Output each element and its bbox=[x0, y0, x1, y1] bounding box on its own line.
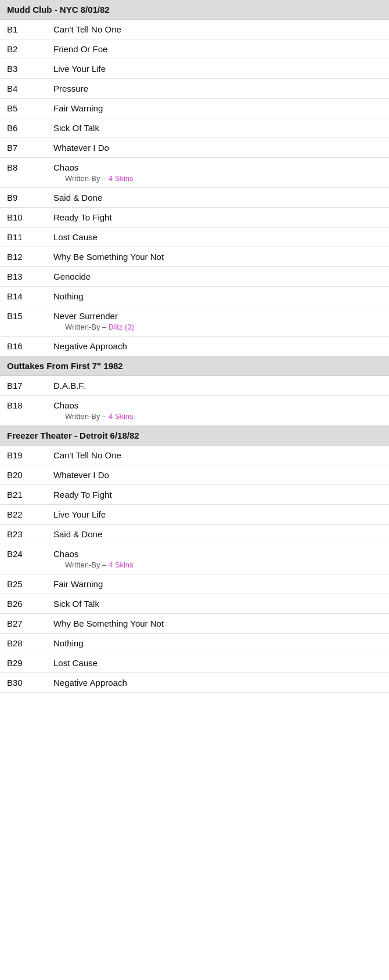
table-row: B26Sick Of Talk bbox=[0, 594, 389, 614]
table-row: B6Sick Of Talk bbox=[0, 118, 389, 138]
table-row: B19Can't Tell No One bbox=[0, 446, 389, 465]
track-number: B20 bbox=[0, 465, 46, 485]
track-title: Can't Tell No One bbox=[46, 446, 389, 465]
track-number: B8 bbox=[0, 158, 46, 188]
track-title: ChaosWritten-By – 4 Skins bbox=[46, 396, 389, 426]
track-number: B17 bbox=[0, 376, 46, 396]
track-title: Negative Approach bbox=[46, 673, 389, 693]
written-by: Written-By – 4 Skins bbox=[53, 412, 382, 421]
table-row: B7Whatever I Do bbox=[0, 138, 389, 158]
track-number: B19 bbox=[0, 446, 46, 465]
track-title: Live Your Life bbox=[46, 59, 389, 79]
table-row: B10Ready To Fight bbox=[0, 208, 389, 227]
track-number: B10 bbox=[0, 208, 46, 227]
track-number: B3 bbox=[0, 59, 46, 79]
table-row: B9Said & Done bbox=[0, 188, 389, 208]
section-header-section-outtakes: Outtakes From First 7" 1982 bbox=[0, 356, 389, 376]
track-title: Pressure bbox=[46, 79, 389, 99]
table-row: B8ChaosWritten-By – 4 Skins bbox=[0, 158, 389, 188]
track-title: Genocide bbox=[46, 267, 389, 287]
table-row: B21Ready To Fight bbox=[0, 485, 389, 505]
track-title: Never SurrenderWritten-By – Blitz (3) bbox=[46, 306, 389, 337]
track-number: B12 bbox=[0, 247, 46, 267]
track-title: D.A.B.F. bbox=[46, 376, 389, 396]
written-by-artist[interactable]: Blitz (3) bbox=[109, 323, 134, 331]
track-number: B5 bbox=[0, 99, 46, 118]
track-title: Why Be Something Your Not bbox=[46, 614, 389, 634]
table-row: B27Why Be Something Your Not bbox=[0, 614, 389, 634]
track-number: B24 bbox=[0, 544, 46, 574]
written-by: Written-By – Blitz (3) bbox=[53, 323, 382, 331]
written-by-artist[interactable]: 4 Skins bbox=[109, 412, 134, 421]
written-by-artist[interactable]: 4 Skins bbox=[109, 560, 134, 569]
track-title: Whatever I Do bbox=[46, 138, 389, 158]
table-row: B18ChaosWritten-By – 4 Skins bbox=[0, 396, 389, 426]
track-number: B21 bbox=[0, 485, 46, 505]
table-row: B14Nothing bbox=[0, 287, 389, 306]
track-number: B13 bbox=[0, 267, 46, 287]
track-number: B4 bbox=[0, 79, 46, 99]
track-number: B29 bbox=[0, 653, 46, 673]
table-row: B2Friend Or Foe bbox=[0, 39, 389, 59]
track-title: Sick Of Talk bbox=[46, 594, 389, 614]
track-number: B26 bbox=[0, 594, 46, 614]
written-by: Written-By – 4 Skins bbox=[53, 560, 382, 569]
track-title: Nothing bbox=[46, 634, 389, 653]
track-title: Fair Warning bbox=[46, 574, 389, 594]
table-row: B20Whatever I Do bbox=[0, 465, 389, 485]
track-number: B14 bbox=[0, 287, 46, 306]
track-title: Negative Approach bbox=[46, 337, 389, 356]
track-number: B22 bbox=[0, 505, 46, 525]
table-row: B4Pressure bbox=[0, 79, 389, 99]
track-title: ChaosWritten-By – 4 Skins bbox=[46, 158, 389, 188]
track-number: B27 bbox=[0, 614, 46, 634]
track-title: Ready To Fight bbox=[46, 208, 389, 227]
track-title: Whatever I Do bbox=[46, 465, 389, 485]
track-number: B25 bbox=[0, 574, 46, 594]
table-row: B5Fair Warning bbox=[0, 99, 389, 118]
table-row: B16Negative Approach bbox=[0, 337, 389, 356]
track-number: B16 bbox=[0, 337, 46, 356]
table-row: B17D.A.B.F. bbox=[0, 376, 389, 396]
track-number: B11 bbox=[0, 227, 46, 247]
track-number: B28 bbox=[0, 634, 46, 653]
track-title: Can't Tell No One bbox=[46, 20, 389, 39]
track-title: Ready To Fight bbox=[46, 485, 389, 505]
track-title: Friend Or Foe bbox=[46, 39, 389, 59]
written-by-artist[interactable]: 4 Skins bbox=[109, 174, 134, 183]
table-row: B12Why Be Something Your Not bbox=[0, 247, 389, 267]
table-row: B30Negative Approach bbox=[0, 673, 389, 693]
section-header-section-mudd: Mudd Club - NYC 8/01/82 bbox=[0, 0, 389, 20]
track-number: B30 bbox=[0, 673, 46, 693]
track-number: B23 bbox=[0, 525, 46, 544]
track-number: B15 bbox=[0, 306, 46, 337]
track-number: B18 bbox=[0, 396, 46, 426]
table-row: B1Can't Tell No One bbox=[0, 20, 389, 39]
track-number: B6 bbox=[0, 118, 46, 138]
track-number: B1 bbox=[0, 20, 46, 39]
track-title: Live Your Life bbox=[46, 505, 389, 525]
table-row: B22Live Your Life bbox=[0, 505, 389, 525]
section-header-section-freezer: Freezer Theater - Detroit 6/18/82 bbox=[0, 426, 389, 446]
track-title: Said & Done bbox=[46, 188, 389, 208]
table-row: B13Genocide bbox=[0, 267, 389, 287]
track-title: Said & Done bbox=[46, 525, 389, 544]
track-title: Fair Warning bbox=[46, 99, 389, 118]
tracklist: Mudd Club - NYC 8/01/82B1Can't Tell No O… bbox=[0, 0, 389, 693]
track-title: Lost Cause bbox=[46, 653, 389, 673]
track-title: Sick Of Talk bbox=[46, 118, 389, 138]
table-row: B23Said & Done bbox=[0, 525, 389, 544]
table-row: B24ChaosWritten-By – 4 Skins bbox=[0, 544, 389, 574]
track-number: B9 bbox=[0, 188, 46, 208]
track-title: Lost Cause bbox=[46, 227, 389, 247]
table-row: B3Live Your Life bbox=[0, 59, 389, 79]
track-number: B2 bbox=[0, 39, 46, 59]
table-row: B15Never SurrenderWritten-By – Blitz (3) bbox=[0, 306, 389, 337]
track-title: Nothing bbox=[46, 287, 389, 306]
table-row: B28Nothing bbox=[0, 634, 389, 653]
table-row: B11Lost Cause bbox=[0, 227, 389, 247]
track-number: B7 bbox=[0, 138, 46, 158]
track-title: Why Be Something Your Not bbox=[46, 247, 389, 267]
written-by: Written-By – 4 Skins bbox=[53, 174, 382, 183]
table-row: B29Lost Cause bbox=[0, 653, 389, 673]
